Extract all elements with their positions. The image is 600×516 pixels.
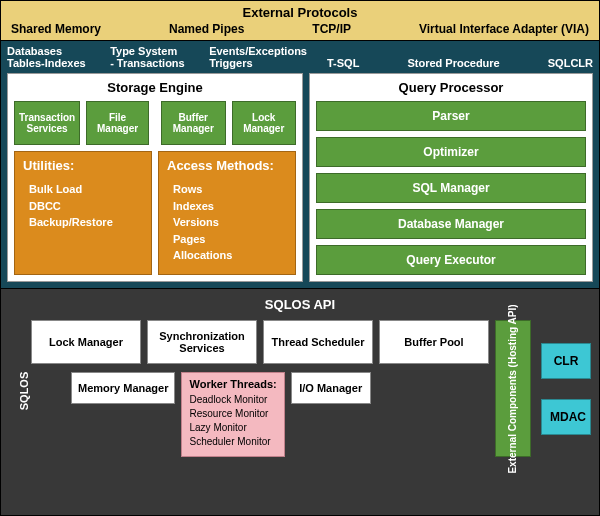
- util-backup-restore: Backup/Restore: [29, 214, 143, 231]
- access-methods-title: Access Methods:: [167, 158, 287, 173]
- sqlos-buffer-pool: Buffer Pool: [379, 320, 489, 364]
- utilities-box: Utilities: Bulk Load DBCC Backup/Restore: [14, 151, 152, 275]
- file-manager: File Manager: [86, 101, 149, 145]
- buffer-manager: Buffer Manager: [161, 101, 226, 145]
- label-tsql: T-SQL: [327, 57, 359, 69]
- qp-sql-manager: SQL Manager: [316, 173, 586, 203]
- apis-labels: Databases Tables-Indexes Type System - T…: [7, 45, 593, 69]
- qp-database-manager: Database Manager: [316, 209, 586, 239]
- transaction-services: Transaction Services: [14, 101, 80, 145]
- util-dbcc: DBCC: [29, 198, 143, 215]
- sqlos-io-manager: I/O Manager: [291, 372, 371, 404]
- util-bulk-load: Bulk Load: [29, 181, 143, 198]
- label-type-system: Type System: [110, 45, 185, 57]
- label-stored-procedure: Stored Procedure: [407, 57, 499, 69]
- sqlos-sync-services: Synchronization Services: [147, 320, 257, 364]
- qp-parser: Parser: [316, 101, 586, 131]
- external-protocols-section: External Protocols Shared Memory Named P…: [1, 1, 599, 41]
- storage-engine-title: Storage Engine: [14, 80, 296, 95]
- query-processor-box: Query Processor Parser Optimizer SQL Man…: [309, 73, 593, 282]
- external-components-box: External Components (Hosting API): [495, 320, 531, 457]
- am-pages: Pages: [173, 231, 287, 248]
- lock-manager-se: Lock Manager: [232, 101, 297, 145]
- protocol-via: Virtual Interface Adapter (VIA): [419, 22, 589, 36]
- wt-scheduler-monitor: Scheduler Monitor: [189, 435, 276, 449]
- query-processor-title: Query Processor: [316, 80, 586, 95]
- protocols-list: Shared Memory Named Pipes TCP/IP Virtual…: [7, 22, 593, 36]
- protocol-named-pipes: Named Pipes: [169, 22, 244, 36]
- utilities-title: Utilities:: [23, 158, 143, 173]
- sqlos-side-label: SQLOS: [18, 371, 30, 410]
- wt-lazy-monitor: Lazy Monitor: [189, 421, 276, 435]
- label-sqlclr: SQLCLR: [548, 57, 593, 69]
- am-allocations: Allocations: [173, 247, 287, 264]
- clr-box: CLR: [541, 343, 591, 379]
- label-events-exceptions: Events/Exceptions: [209, 45, 307, 57]
- label-tables-indexes: Tables-Indexes: [7, 57, 86, 69]
- sqlos-thread-scheduler: Thread Scheduler: [263, 320, 373, 364]
- storage-engine-box: Storage Engine Transaction Services File…: [7, 73, 303, 282]
- worker-threads-title: Worker Threads:: [189, 378, 276, 390]
- sqlos-section: SQLOS Lock Manager Synchronization Servi…: [1, 316, 599, 465]
- protocol-tcpip: TCP/IP: [312, 22, 351, 36]
- access-methods-box: Access Methods: Rows Indexes Versions Pa…: [158, 151, 296, 275]
- label-triggers: Triggers: [209, 57, 307, 69]
- mdac-box: MDAC: [541, 399, 591, 435]
- qp-query-executor: Query Executor: [316, 245, 586, 275]
- am-rows: Rows: [173, 181, 287, 198]
- label-transactions: - Transactions: [110, 57, 185, 69]
- sqlos-memory-manager: Memory Manager: [71, 372, 175, 404]
- main-engine-section: Databases Tables-Indexes Type System - T…: [1, 41, 599, 288]
- protocols-title: External Protocols: [7, 5, 593, 20]
- external-components-label: External Components (Hosting API): [507, 304, 519, 473]
- qp-optimizer: Optimizer: [316, 137, 586, 167]
- wt-deadlock-monitor: Deadlock Monitor: [189, 393, 276, 407]
- label-databases: Databases: [7, 45, 86, 57]
- protocol-shared-memory: Shared Memory: [11, 22, 101, 36]
- am-versions: Versions: [173, 214, 287, 231]
- am-indexes: Indexes: [173, 198, 287, 215]
- wt-resource-monitor: Resource Monitor: [189, 407, 276, 421]
- worker-threads-box: Worker Threads: Deadlock Monitor Resourc…: [181, 372, 284, 457]
- architecture-diagram: External Protocols Shared Memory Named P…: [0, 0, 600, 516]
- sqlos-lock-manager: Lock Manager: [31, 320, 141, 364]
